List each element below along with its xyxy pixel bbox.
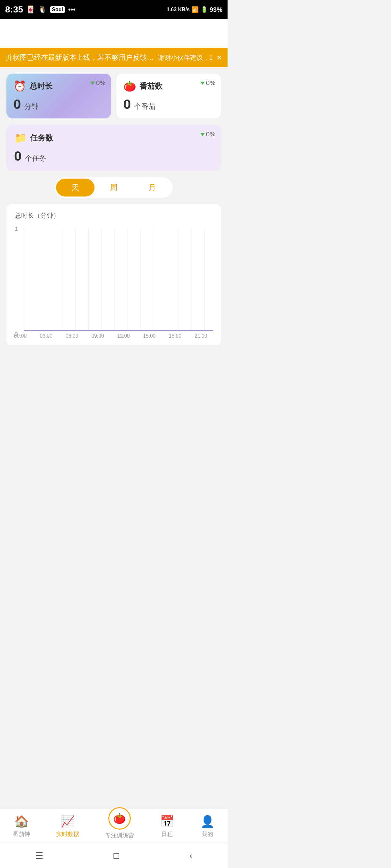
nav-item-mine[interactable]: 👤 我的 bbox=[200, 815, 215, 838]
tomato-percent: 0% bbox=[200, 80, 215, 87]
percent-arrow-down-icon bbox=[90, 82, 95, 85]
chart-card: 总时长（分钟） 1 0 bbox=[6, 204, 221, 345]
tomato-percent-arrow-icon bbox=[200, 82, 205, 85]
training-center-icon: 🍅 bbox=[108, 807, 131, 830]
bottom-nav: 🏠 番茄钟 📈 实时数据 🍅 专注训练营 📅 日程 👤 我的 bbox=[0, 809, 227, 842]
android-nav: ☰ □ ‹ bbox=[0, 843, 227, 868]
banner-close-button[interactable]: × bbox=[217, 53, 222, 63]
wifi-icon: 📶 bbox=[192, 6, 199, 13]
svg-text:15:00: 15:00 bbox=[143, 333, 156, 339]
person-icon: 👤 bbox=[200, 815, 215, 828]
task-percent-arrow-icon bbox=[200, 133, 205, 136]
nav-label-tomatoclock: 番茄钟 bbox=[13, 830, 30, 838]
status-bar: 8:35 🀄 🐧 Soul ••• 1.63 KB/s 📶 🔋 93% bbox=[0, 0, 227, 19]
task-title: 任务数 bbox=[30, 133, 53, 143]
banner-text-right: 谢谢小伙伴建议，1 bbox=[158, 54, 213, 62]
svg-text:06:00: 06:00 bbox=[66, 333, 78, 339]
clock-icon: ⏰ bbox=[13, 80, 26, 92]
nav-label-training: 专注训练营 bbox=[105, 832, 134, 839]
notification-banner: 并状图已经在最新版本上线，若不够用户反馈可以直接提哈 谢谢小伙伴建议，1 × bbox=[0, 48, 227, 67]
nav-item-tomatoclock[interactable]: 🏠 番茄钟 bbox=[13, 815, 30, 838]
stats-row: ⏰ 总时长 0% 0 分钟 🍅 番茄数 0% 0 bbox=[6, 73, 221, 118]
nav-label-schedule: 日程 bbox=[161, 830, 173, 838]
total-time-card: ⏰ 总时长 0% 0 分钟 bbox=[6, 73, 111, 118]
app-icon-soul: Soul bbox=[50, 6, 65, 13]
status-left: 8:35 🀄 🐧 Soul ••• bbox=[5, 4, 76, 15]
folder-icon: 📁 bbox=[14, 132, 27, 144]
app-icon-mahjong: 🀄 bbox=[26, 5, 35, 14]
nav-item-schedule[interactable]: 📅 日程 bbox=[160, 815, 174, 838]
network-speed: 1.63 KB/s bbox=[167, 7, 190, 12]
android-menu-button[interactable]: ☰ bbox=[35, 850, 43, 861]
banner-text: 并状图已经在最新版本上线，若不够用户反馈可以直接提哈 bbox=[6, 53, 155, 62]
period-selector: 天 周 月 bbox=[6, 177, 221, 198]
tomato-clock-icon: 🍅 bbox=[113, 812, 126, 825]
chart-svg: 1 0 bbox=[11, 225, 216, 340]
svg-text:18:00: 18:00 bbox=[169, 333, 181, 339]
total-time-percent: 0% bbox=[90, 80, 106, 87]
period-tabs: 天 周 月 bbox=[55, 177, 173, 198]
chart-area: 1 0 bbox=[11, 225, 216, 340]
home-icon: 🏠 bbox=[15, 815, 29, 828]
tomato-icon: 🍅 bbox=[123, 80, 136, 92]
task-percent: 0% bbox=[200, 131, 215, 138]
nav-item-realtime[interactable]: 📈 实时数据 bbox=[56, 815, 79, 838]
task-header: 📁 任务数 bbox=[14, 132, 214, 144]
nav-label-mine: 我的 bbox=[202, 830, 213, 838]
svg-text:09:00: 09:00 bbox=[91, 333, 104, 339]
more-dots: ••• bbox=[68, 5, 76, 14]
time-display: 8:35 bbox=[5, 4, 23, 15]
chart-title: 总时长（分钟） bbox=[11, 211, 216, 220]
tomato-count-card: 🍅 番茄数 0% 0 个番茄 bbox=[116, 73, 221, 118]
total-time-value: 0 分钟 bbox=[13, 97, 104, 112]
svg-text:21:00: 21:00 bbox=[195, 333, 207, 339]
tab-week[interactable]: 周 bbox=[94, 179, 133, 196]
tomato-value: 0 个番茄 bbox=[123, 97, 214, 112]
svg-text:12:00: 12:00 bbox=[117, 333, 130, 339]
nav-label-realtime: 实时数据 bbox=[56, 830, 79, 838]
calendar-icon: 📅 bbox=[160, 815, 174, 828]
bottom-spacer bbox=[6, 352, 221, 397]
battery-icon: 🔋 bbox=[201, 6, 208, 13]
svg-text:03:00: 03:00 bbox=[40, 333, 52, 339]
android-back-button[interactable]: ‹ bbox=[189, 851, 192, 861]
top-white-area bbox=[0, 19, 227, 48]
chart-icon: 📈 bbox=[61, 815, 75, 828]
tomato-title: 番茄数 bbox=[139, 81, 163, 91]
svg-text:1: 1 bbox=[15, 226, 18, 232]
main-content: ⏰ 总时长 0% 0 分钟 🍅 番茄数 0% 0 bbox=[0, 67, 227, 403]
task-value: 0 个任务 bbox=[14, 149, 214, 164]
status-right: 1.63 KB/s 📶 🔋 93% bbox=[167, 6, 222, 13]
android-home-button[interactable]: □ bbox=[113, 851, 119, 861]
task-count-card: 📁 任务数 0% 0 个任务 bbox=[6, 125, 221, 171]
battery-percent: 93% bbox=[210, 6, 222, 13]
svg-text:00:00: 00:00 bbox=[14, 333, 27, 339]
tab-month[interactable]: 月 bbox=[133, 179, 171, 196]
total-time-title: 总时长 bbox=[29, 81, 53, 91]
nav-item-training[interactable]: 🍅 专注训练营 bbox=[105, 814, 134, 839]
app-icon-penguin: 🐧 bbox=[38, 5, 47, 14]
tab-day[interactable]: 天 bbox=[56, 179, 94, 196]
